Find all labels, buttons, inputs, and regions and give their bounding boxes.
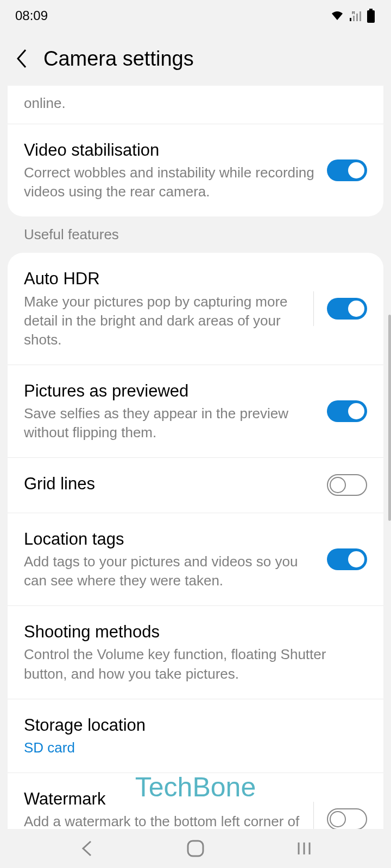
svg-rect-2: [353, 16, 355, 21]
setting-title: Pictures as previewed: [24, 380, 318, 402]
nav-back-icon: [80, 839, 94, 858]
location-tags-row[interactable]: Location tags Add tags to your pictures …: [8, 513, 383, 605]
svg-rect-7: [188, 841, 203, 856]
nav-recents-icon: [296, 840, 312, 857]
setting-value: SD card: [24, 738, 358, 757]
nav-home-button[interactable]: [179, 832, 212, 865]
setting-title: Location tags: [24, 528, 318, 550]
divider: [313, 802, 314, 829]
divider: [313, 291, 314, 326]
nav-home-icon: [186, 839, 205, 858]
signal-icon: R: [349, 10, 362, 21]
setting-desc: Add tags to your pictures and videos so …: [24, 552, 318, 590]
svg-text:R: R: [352, 10, 355, 15]
setting-desc: Control the Volume key function, floatin…: [24, 645, 358, 683]
truncated-text: online.: [8, 94, 383, 124]
setting-title: Shooting methods: [24, 621, 358, 643]
svg-rect-3: [356, 14, 358, 21]
chevron-left-icon: [15, 48, 29, 69]
settings-card-useful: Auto HDR Make your pictures pop by captu…: [8, 253, 383, 829]
status-time: 08:09: [15, 8, 48, 23]
setting-title: Storage location: [24, 714, 358, 736]
setting-title: Video stabilisation: [24, 139, 318, 161]
svg-rect-6: [367, 10, 375, 23]
header: Camera settings: [0, 31, 391, 86]
svg-rect-4: [360, 11, 361, 21]
setting-title: Grid lines: [24, 473, 318, 495]
back-button[interactable]: [11, 48, 33, 69]
nav-back-button[interactable]: [71, 832, 103, 865]
setting-desc: Make your pictures pop by capturing more…: [24, 292, 305, 349]
auto-hdr-row[interactable]: Auto HDR Make your pictures pop by captu…: [8, 253, 383, 365]
scrollbar[interactable]: [388, 315, 391, 521]
grid-lines-toggle[interactable]: [327, 474, 367, 496]
battery-icon: [366, 9, 376, 23]
wifi-icon: [330, 10, 344, 21]
video-stabilisation-row[interactable]: Video stabilisation Correct wobbles and …: [8, 124, 383, 216]
shooting-methods-row[interactable]: Shooting methods Control the Volume key …: [8, 605, 383, 698]
setting-desc: Save selfies as they appear in the previ…: [24, 404, 318, 442]
page-title: Camera settings: [43, 47, 194, 71]
section-header-useful: Useful features: [8, 226, 383, 253]
setting-desc: Add a watermark to the bottom left corne…: [24, 812, 305, 829]
nav-bar: [0, 829, 391, 868]
svg-rect-1: [350, 18, 351, 21]
location-tags-toggle[interactable]: [327, 548, 367, 570]
watermark-toggle[interactable]: [327, 808, 367, 829]
watermark-overlay: TechBone: [135, 771, 256, 803]
pictures-previewed-toggle[interactable]: [327, 400, 367, 422]
auto-hdr-toggle[interactable]: [327, 298, 367, 320]
pictures-previewed-row[interactable]: Pictures as previewed Save selfies as th…: [8, 365, 383, 457]
status-bar: 08:09 R: [0, 0, 391, 31]
nav-recents-button[interactable]: [288, 832, 320, 865]
svg-rect-5: [369, 9, 373, 10]
setting-desc: Correct wobbles and instability while re…: [24, 163, 318, 201]
grid-lines-row[interactable]: Grid lines: [8, 457, 383, 512]
settings-card-top: online. Video stabilisation Correct wobb…: [8, 86, 383, 216]
content-area: online. Video stabilisation Correct wobb…: [0, 86, 391, 829]
setting-title: Auto HDR: [24, 268, 305, 290]
storage-location-row[interactable]: Storage location SD card: [8, 699, 383, 773]
status-icons: R: [330, 9, 376, 23]
video-stabilisation-toggle[interactable]: [327, 159, 367, 181]
